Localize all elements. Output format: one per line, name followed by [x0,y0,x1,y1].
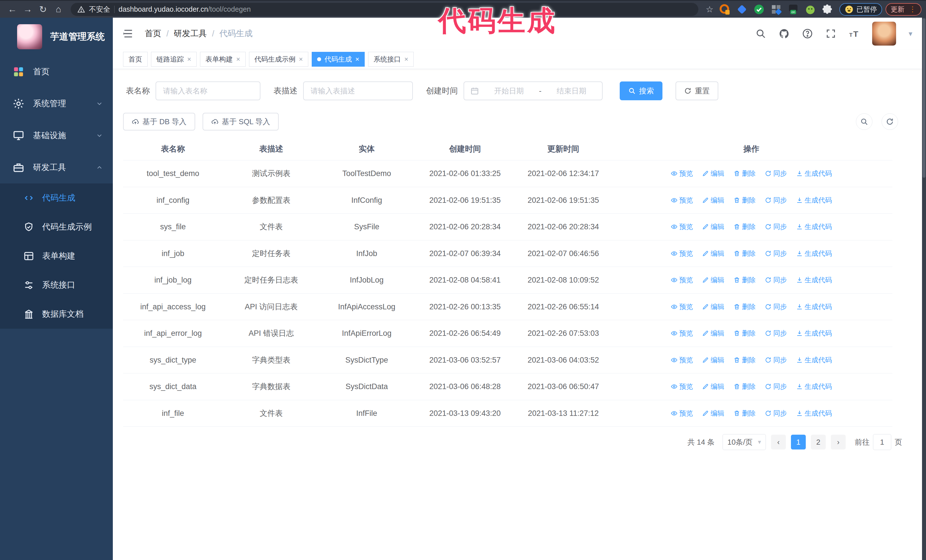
dark-on-icon[interactable]: on [787,3,799,16]
action-编辑[interactable]: 编辑 [702,302,724,312]
action-预览[interactable]: 预览 [671,355,693,365]
gem-blue-icon[interactable] [736,3,748,16]
fullscreen-icon[interactable] [825,28,836,39]
chevron-down-icon[interactable]: ▾ [909,29,912,38]
bookmark-star-icon[interactable]: ☆ [706,4,713,14]
action-编辑[interactable]: 编辑 [702,408,724,418]
action-删除[interactable]: 删除 [733,248,756,259]
help-icon[interactable] [802,28,813,39]
action-预览[interactable]: 预览 [671,275,693,285]
action-生成代码[interactable]: 生成代码 [796,328,832,338]
action-删除[interactable]: 删除 [733,302,756,312]
action-预览[interactable]: 预览 [671,381,693,392]
tab-首页[interactable]: 首页 [123,52,148,66]
breadcrumb-item[interactable]: 首页 [145,28,161,39]
font-size-icon[interactable]: TT [849,28,859,39]
import-sql-button[interactable]: 基于 SQL 导入 [203,113,279,130]
sidebar-item-基础设施[interactable]: 基础设施 [0,120,113,151]
user-avatar[interactable] [872,22,896,45]
sidebar-subitem-代码生成[interactable]: 代码生成 [0,183,113,213]
github-icon[interactable] [779,28,790,39]
action-编辑[interactable]: 编辑 [702,328,724,338]
action-删除[interactable]: 删除 [733,195,756,205]
action-编辑[interactable]: 编辑 [702,222,724,232]
sidebar-subitem-代码生成示例[interactable]: 代码生成示例 [0,213,113,242]
sidebar-item-研发工具[interactable]: 研发工具 [0,151,113,183]
action-同步[interactable]: 同步 [765,168,787,179]
action-生成代码[interactable]: 生成代码 [796,302,832,312]
action-预览[interactable]: 预览 [671,302,693,312]
action-同步[interactable]: 同步 [765,302,787,312]
check-green-icon[interactable] [753,3,765,16]
chrome-update-button[interactable]: 更新 ⋮ [885,3,921,16]
action-生成代码[interactable]: 生成代码 [796,381,832,392]
page-size-select[interactable]: 10条/页 ▾ [723,434,766,450]
action-同步[interactable]: 同步 [765,275,787,285]
tab-代码生成示例[interactable]: 代码生成示例× [249,52,308,66]
action-删除[interactable]: 删除 [733,222,756,232]
sidebar-item-系统管理[interactable]: 系统管理 [0,88,113,120]
action-删除[interactable]: 删除 [733,355,756,365]
page-button-2[interactable]: 2 [811,435,826,450]
tab-系统接口[interactable]: 系统接口× [368,52,414,66]
table-name-input[interactable] [156,82,260,100]
hamburger-icon[interactable] [123,28,134,39]
action-编辑[interactable]: 编辑 [702,275,724,285]
adblock-orange-icon[interactable] [719,3,731,16]
action-编辑[interactable]: 编辑 [702,168,724,179]
puzzle-icon[interactable] [821,3,834,16]
action-生成代码[interactable]: 生成代码 [796,355,832,365]
address-bar[interactable]: 不安全 dashboard.yudao.iocoder.cn/tool/code… [71,3,698,16]
date-range-picker[interactable]: 开始日期 - 结束日期 [464,82,602,100]
action-同步[interactable]: 同步 [765,328,787,338]
prev-page-button[interactable]: ‹ [771,435,786,450]
action-生成代码[interactable]: 生成代码 [796,248,832,259]
tab-close-icon[interactable]: × [236,55,240,63]
sidebar-logo-row[interactable]: 芋道管理系统 [0,18,113,56]
forward-icon[interactable]: → [20,4,35,15]
show-search-icon[interactable] [856,113,872,130]
action-编辑[interactable]: 编辑 [702,248,724,259]
action-生成代码[interactable]: 生成代码 [796,408,832,418]
action-同步[interactable]: 同步 [765,222,787,232]
page-button-1[interactable]: 1 [791,435,806,450]
refresh-table-icon[interactable] [882,113,898,130]
action-预览[interactable]: 预览 [671,408,693,418]
tab-close-icon[interactable]: × [404,55,408,63]
action-同步[interactable]: 同步 [765,355,787,365]
action-编辑[interactable]: 编辑 [702,195,724,205]
action-编辑[interactable]: 编辑 [702,355,724,365]
action-删除[interactable]: 删除 [733,275,756,285]
goto-page-input[interactable] [873,434,891,450]
breadcrumb-item[interactable]: 研发工具 [174,28,207,39]
action-生成代码[interactable]: 生成代码 [796,222,832,232]
next-page-button[interactable]: › [831,435,846,450]
sidebar-subitem-数据库文档[interactable]: 数据库文档 [0,300,113,329]
green-bot-icon[interactable] [804,3,817,16]
reset-button[interactable]: 重置 [676,82,718,100]
sidebar-item-首页[interactable]: 首页 [0,56,113,88]
browser-menu-icon[interactable]: ⋮ [909,5,916,14]
action-生成代码[interactable]: 生成代码 [796,275,832,285]
grid-gray-icon[interactable] [770,3,782,16]
action-删除[interactable]: 删除 [733,328,756,338]
profile-paused-badge[interactable]: 已暂停 [840,3,882,16]
tab-代码生成[interactable]: 代码生成× [312,52,365,66]
tab-链路追踪[interactable]: 链路追踪× [151,52,197,66]
action-同步[interactable]: 同步 [765,408,787,418]
home-icon[interactable]: ⌂ [51,4,66,15]
action-预览[interactable]: 预览 [671,195,693,205]
tab-close-icon[interactable]: × [355,55,359,63]
sidebar-subitem-系统接口[interactable]: 系统接口 [0,270,113,300]
search-icon[interactable] [755,28,766,39]
action-删除[interactable]: 删除 [733,408,756,418]
url-text[interactable]: dashboard.yudao.iocoder.cn/tool/codegen [118,5,251,14]
sidebar-subitem-表单构建[interactable]: 表单构建 [0,242,113,270]
tab-close-icon[interactable]: × [299,55,303,63]
import-db-button[interactable]: 基于 DB 导入 [123,113,195,130]
action-生成代码[interactable]: 生成代码 [796,195,832,205]
reload-icon[interactable]: ↻ [35,4,51,15]
action-同步[interactable]: 同步 [765,248,787,259]
action-预览[interactable]: 预览 [671,168,693,179]
action-删除[interactable]: 删除 [733,168,756,179]
